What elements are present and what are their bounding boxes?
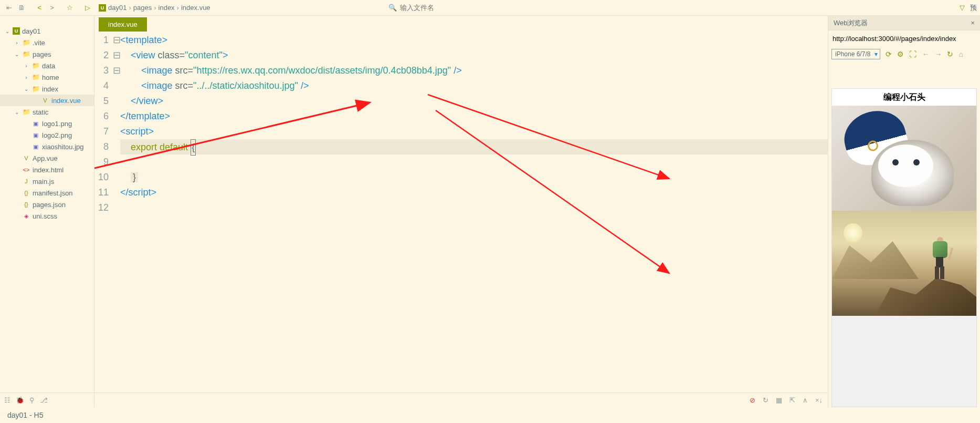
editor: index.vue 123456789101112 ⊟⊟⊟ <template>… (94, 16, 828, 407)
star-icon[interactable]: ☆ (64, 2, 76, 14)
fullscreen-icon[interactable]: ⛶ (909, 50, 916, 58)
chevron-right-icon: › (129, 4, 131, 12)
git-icon[interactable]: ⎇ (40, 396, 48, 404)
tree-item-App-vue[interactable]: VApp.vue (0, 152, 94, 164)
editor-statusbar: ⊘ ↻ ▦ ⇱ ∧ ×↓ (94, 393, 828, 407)
phone-page-title: 编程小石头 (832, 89, 976, 106)
tree-item--vite[interactable]: ›.vite (0, 37, 94, 48)
tree-item-logo2-png[interactable]: ▣logo2.png (0, 129, 94, 141)
search-panel-icon[interactable]: ⚲ (29, 396, 35, 404)
status-bar: day01 - H5 (0, 407, 980, 423)
export-icon[interactable]: ⇱ (789, 396, 795, 404)
file-tree[interactable]: ⌄Uday01›.vite⌄pages›data›home⌄indexVinde… (0, 16, 94, 393)
breadcrumb[interactable]: U day01 › pages › index › index.vue (99, 4, 210, 12)
collapse-icon[interactable]: ∧ (803, 396, 808, 404)
filter-icon[interactable]: ▽ (956, 2, 968, 14)
sort-icon[interactable]: ×↓ (815, 396, 823, 404)
tree-item-manifest-json[interactable]: {}manifest.json (0, 187, 94, 199)
line-gutter: 123456789101112 (94, 32, 113, 393)
terminal-icon[interactable]: ☷ (4, 396, 10, 404)
status-project: day01 - H5 (7, 411, 43, 419)
tree-item-pages-json[interactable]: {}pages.json (0, 199, 94, 210)
tree-item-data[interactable]: ›data (0, 60, 94, 71)
chevron-right-icon: › (154, 4, 156, 12)
breadcrumb-item[interactable]: pages (133, 4, 152, 12)
preview-panel: Web浏览器 × iPhone 6/7/8 ⟳ ⚙ ⛶ ← → ↻ ⌂ 编程小石… (828, 16, 980, 407)
refresh-icon[interactable]: ↻ (947, 50, 953, 58)
file-search-input[interactable] (400, 4, 505, 12)
tree-item-uni-scss[interactable]: ◈uni.scss (0, 210, 94, 222)
preview-image-1 (832, 106, 976, 211)
run-icon[interactable]: ▷ (82, 2, 93, 14)
breadcrumb-item[interactable]: index (159, 4, 175, 12)
rotate-icon[interactable]: ⟳ (886, 50, 892, 58)
save-icon[interactable]: 🗎 (16, 2, 27, 14)
preview-url-bar[interactable] (828, 30, 980, 46)
top-toolbar: ⇤ 🗎 < > ☆ ▷ U day01 › pages › index › in… (0, 0, 980, 16)
tree-item-index[interactable]: ⌄index (0, 83, 94, 95)
sync-icon[interactable]: ↻ (763, 396, 768, 404)
preview-tab-label: Web浏览器 (834, 18, 868, 28)
preview-toolbar: iPhone 6/7/8 ⟳ ⚙ ⛶ ← → ↻ ⌂ (828, 46, 980, 62)
tree-item-xiaoshitou-jpg[interactable]: ▣xiaoshitou.jpg (0, 141, 94, 152)
home-icon[interactable]: ⌂ (958, 50, 963, 58)
nav-forward-icon[interactable]: > (46, 2, 58, 14)
chevron-right-icon: › (177, 4, 179, 12)
preview-tab[interactable]: Web浏览器 × (828, 16, 980, 30)
debug-icon[interactable]: 🐞 (16, 396, 24, 404)
phone-preview: 编程小石头 (831, 88, 977, 407)
back-icon[interactable]: ← (922, 50, 929, 58)
layout-icon[interactable]: ▦ (776, 396, 782, 404)
import-icon[interactable]: ⇤ (3, 2, 15, 14)
sidebar-toolbar: ☷ 🐞 ⚲ ⎇ (0, 393, 94, 407)
tree-item-day01[interactable]: ⌄Uday01 (0, 25, 94, 37)
tree-item-logo1-png[interactable]: ▣logo1.png (0, 118, 94, 129)
preview-image-2 (832, 211, 976, 316)
tree-item-home[interactable]: ›home (0, 71, 94, 83)
fold-column[interactable]: ⊟⊟⊟ (113, 32, 119, 393)
tree-item-static[interactable]: ⌄static (0, 106, 94, 118)
tree-item-index-html[interactable]: <>index.html (0, 164, 94, 176)
project-icon: U (99, 4, 106, 12)
breadcrumb-item[interactable]: index.vue (181, 4, 210, 12)
preview-toggle[interactable]: 预 (970, 3, 977, 13)
search-icon: 🔍 (388, 4, 397, 12)
tree-item-main-js[interactable]: Jmain.js (0, 176, 94, 187)
device-select[interactable]: iPhone 6/7/8 (831, 49, 880, 59)
file-explorer: ⌄Uday01›.vite⌄pages›data›home⌄indexVinde… (0, 16, 94, 407)
editor-tab[interactable]: index.vue (99, 17, 147, 32)
close-icon[interactable]: × (971, 19, 975, 27)
tree-item-index-vue[interactable]: Vindex.vue (0, 95, 94, 106)
preview-url-input[interactable] (833, 35, 976, 43)
code-area[interactable]: <template> <view class="content"> <image… (119, 32, 828, 393)
settings-icon[interactable]: ⚙ (897, 50, 904, 58)
breadcrumb-item[interactable]: day01 (108, 4, 127, 12)
editor-tabs: index.vue (94, 16, 828, 32)
forward-icon[interactable]: → (934, 50, 942, 58)
file-search[interactable]: 🔍 (388, 4, 505, 12)
nav-back-icon[interactable]: < (34, 2, 45, 14)
editor-body[interactable]: 123456789101112 ⊟⊟⊟ <template> <view cla… (94, 32, 828, 393)
error-indicator-icon[interactable]: ⊘ (750, 396, 755, 404)
tree-item-pages[interactable]: ⌄pages (0, 48, 94, 60)
